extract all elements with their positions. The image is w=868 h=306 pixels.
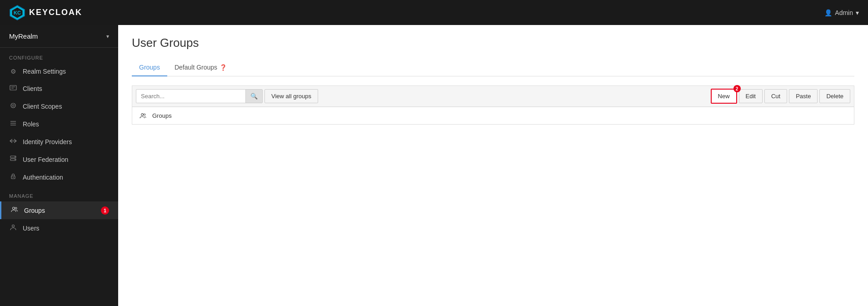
sidebar-item-user-federation-label: User Federation — [23, 156, 68, 163]
svg-point-14 — [15, 156, 15, 157]
edit-button[interactable]: Edit — [739, 89, 763, 103]
default-groups-help-icon: ❓ — [219, 64, 227, 71]
user-chevron-icon: ▾ — [856, 9, 859, 16]
tab-default-groups[interactable]: Default Groups ❓ — [167, 59, 234, 76]
svg-point-17 — [13, 177, 14, 178]
view-all-groups-button[interactable]: View all groups — [264, 89, 318, 103]
svg-point-18 — [13, 207, 15, 210]
svg-text:KC: KC — [14, 10, 21, 15]
sidebar-item-realm-settings[interactable]: ⚙ Realm Settings — [0, 63, 118, 80]
logo: KC KEYCLOAK — [9, 5, 82, 21]
tab-default-groups-label: Default Groups — [175, 64, 217, 71]
sidebar-item-users[interactable]: Users — [0, 219, 118, 237]
new-button-badge: 2 — [733, 85, 741, 92]
sidebar-item-identity-providers-label: Identity Providers — [23, 138, 72, 145]
keycloak-logo-icon: KC — [9, 5, 25, 21]
manage-section-label: Manage — [0, 186, 118, 201]
sidebar-item-clients[interactable]: Clients — [0, 80, 118, 97]
search-icon: 🔍 — [250, 93, 258, 100]
svg-point-15 — [15, 159, 15, 160]
sidebar-item-realm-settings-label: Realm Settings — [23, 68, 66, 75]
group-row-icon — [140, 112, 149, 120]
sidebar-item-clients-label: Clients — [23, 85, 42, 92]
realm-name: MyRealm — [9, 32, 38, 40]
svg-point-19 — [15, 207, 17, 209]
configure-section-label: Configure — [0, 48, 118, 63]
sidebar-item-client-scopes[interactable]: Client Scopes — [0, 97, 118, 115]
user-federation-icon — [9, 155, 17, 164]
groups-icon — [10, 206, 19, 215]
paste-button[interactable]: Paste — [789, 89, 818, 103]
sidebar-item-roles-label: Roles — [23, 120, 39, 128]
sidebar-item-users-label: Users — [23, 225, 40, 232]
users-icon — [9, 224, 17, 232]
identity-providers-icon — [9, 137, 17, 146]
svg-point-21 — [141, 113, 144, 115]
group-row-label: Groups — [152, 112, 172, 119]
search-button[interactable]: 🔍 — [245, 90, 262, 103]
authentication-icon — [9, 173, 17, 181]
sidebar-item-client-scopes-label: Client Scopes — [23, 103, 62, 110]
svg-point-7 — [12, 105, 14, 106]
client-scopes-icon — [9, 102, 17, 110]
search-wrapper: 🔍 — [136, 89, 263, 103]
logo-text: KEYCLOAK — [29, 8, 82, 17]
tab-groups[interactable]: Groups — [132, 59, 167, 76]
main-layout: MyRealm ▾ Configure ⚙ Realm Settings Cli… — [0, 25, 868, 306]
top-header: KC KEYCLOAK 👤 Admin ▾ — [0, 0, 868, 25]
sidebar-item-groups[interactable]: Groups 1 — [0, 201, 118, 219]
svg-rect-3 — [10, 85, 16, 90]
user-label: Admin — [835, 9, 853, 16]
groups-container: 🔍 View all groups New 2 Edit Cut Paste D… — [132, 85, 854, 125]
group-row-root[interactable]: Groups — [132, 107, 854, 124]
page-title: User Groups — [132, 36, 854, 50]
search-input[interactable] — [136, 90, 245, 103]
realm-chevron-icon: ▾ — [106, 33, 109, 40]
sidebar-item-roles[interactable]: Roles — [0, 115, 118, 133]
sidebar-item-user-federation[interactable]: User Federation — [0, 150, 118, 168]
user-icon: 👤 — [824, 9, 832, 16]
realm-selector[interactable]: MyRealm ▾ — [0, 25, 118, 48]
user-menu[interactable]: 👤 Admin ▾ — [824, 9, 859, 16]
content-area: User Groups Groups Default Groups ❓ 🔍 Vi… — [118, 25, 868, 306]
clients-icon — [9, 84, 17, 93]
sidebar: MyRealm ▾ Configure ⚙ Realm Settings Cli… — [0, 25, 118, 306]
new-button-wrapper: New 2 — [711, 89, 737, 104]
sidebar-item-authentication[interactable]: Authentication — [0, 168, 118, 186]
cut-button[interactable]: Cut — [764, 89, 787, 103]
groups-badge: 1 — [101, 206, 109, 215]
sidebar-item-identity-providers[interactable]: Identity Providers — [0, 133, 118, 150]
realm-settings-icon: ⚙ — [9, 68, 17, 75]
svg-point-20 — [12, 225, 15, 227]
tabs: Groups Default Groups ❓ — [132, 59, 854, 76]
roles-icon — [9, 120, 17, 128]
sidebar-item-groups-label: Groups — [24, 207, 45, 214]
sidebar-item-authentication-label: Authentication — [23, 174, 63, 181]
svg-point-6 — [11, 103, 15, 108]
new-button[interactable]: New — [711, 89, 737, 104]
delete-button[interactable]: Delete — [819, 89, 850, 103]
tab-groups-label: Groups — [139, 64, 160, 71]
groups-toolbar: 🔍 View all groups New 2 Edit Cut Paste D… — [132, 86, 854, 107]
svg-point-22 — [144, 114, 145, 115]
